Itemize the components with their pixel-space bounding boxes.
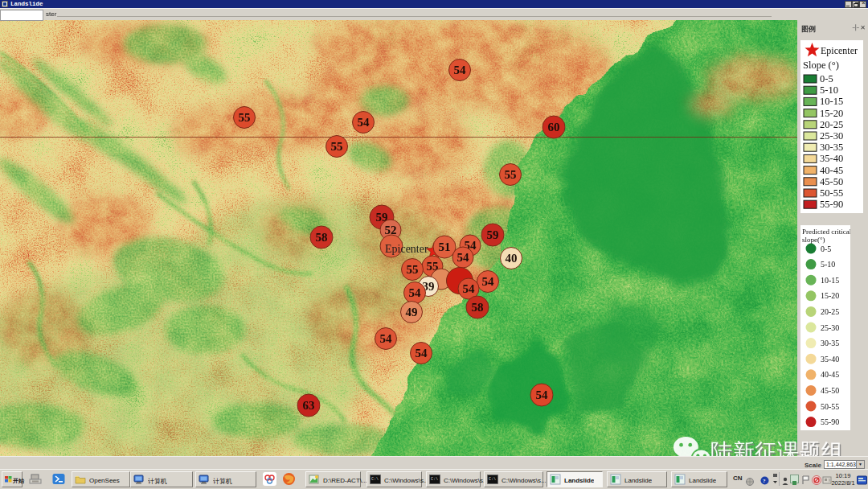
svg-text:60: 60 [548,121,560,134]
svg-text:55-90: 55-90 [821,417,839,426]
svg-text:40-45: 40-45 [821,370,839,379]
svg-text:slope(°): slope(°) [802,236,825,244]
svg-text:50-55: 50-55 [821,402,839,411]
svg-text:0-5: 0-5 [821,244,831,253]
svg-text:?: ? [763,478,766,484]
svg-text:51: 51 [439,240,451,253]
svg-text:Slope (°): Slope (°) [803,60,839,71]
svg-text:54: 54 [409,286,422,299]
svg-text:30-35: 30-35 [821,339,839,347]
svg-text:45-50: 45-50 [820,176,843,187]
svg-text:54: 54 [358,116,371,129]
svg-text:55: 55 [407,263,419,276]
svg-text:35-40: 35-40 [821,355,839,364]
svg-text:54: 54 [454,64,467,76]
svg-text:Predicted critical: Predicted critical [802,228,850,236]
svg-text:C:\: C:\ [489,477,496,482]
svg-text:54: 54 [463,282,476,295]
svg-text:55: 55 [239,111,251,124]
svg-text:59: 59 [487,228,499,241]
svg-text:5-10: 5-10 [821,260,835,269]
svg-text:20-25: 20-25 [821,307,839,316]
svg-text:Epicenter: Epicenter [385,243,428,255]
svg-text:55-90: 55-90 [820,199,843,210]
svg-text:54: 54 [457,251,470,264]
svg-text:54: 54 [380,332,393,345]
svg-text:15-20: 15-20 [821,291,839,300]
svg-text:54: 54 [536,388,549,401]
svg-text:0-5: 0-5 [820,73,833,84]
svg-text:45-50: 45-50 [821,386,839,395]
svg-text:15-20: 15-20 [820,108,843,119]
svg-text:Epicenter: Epicenter [821,45,858,56]
svg-text:55: 55 [331,140,343,153]
svg-text:50-55: 50-55 [820,187,843,199]
svg-text:30-35: 30-35 [820,142,843,153]
svg-text:25-30: 25-30 [820,130,843,142]
svg-text:C:\: C:\ [371,477,379,482]
svg-text:10-15: 10-15 [821,276,839,285]
svg-text:58: 58 [472,301,484,314]
svg-text:55: 55 [505,168,517,181]
svg-text:35-40: 35-40 [820,153,843,164]
svg-text:40-45: 40-45 [820,165,843,176]
svg-text:10-15: 10-15 [820,96,843,107]
svg-text:63: 63 [303,399,315,412]
svg-text:49: 49 [406,306,418,318]
svg-text:54: 54 [482,275,495,288]
svg-text:40: 40 [506,252,518,265]
svg-text:54: 54 [416,347,428,360]
svg-text:C:\: C:\ [431,477,438,482]
svg-text:20-25: 20-25 [820,119,843,130]
svg-text:58: 58 [316,231,328,244]
svg-text:25-30: 25-30 [821,323,839,332]
svg-text:5-10: 5-10 [820,84,838,96]
